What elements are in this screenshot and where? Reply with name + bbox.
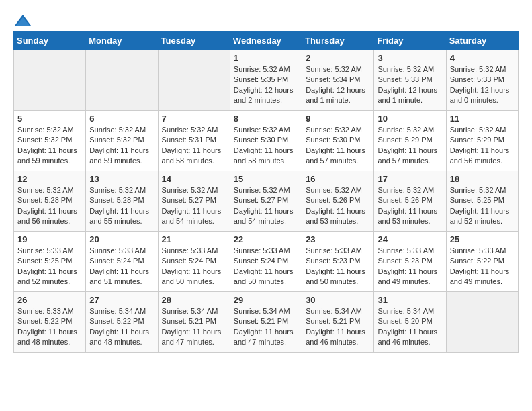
day-cell: 19Sunrise: 5:33 AMSunset: 5:25 PMDayligh… <box>14 232 86 292</box>
day-number: 13 <box>89 174 154 184</box>
day-cell: 25Sunrise: 5:33 AMSunset: 5:22 PMDayligh… <box>446 232 518 292</box>
day-info: Sunrise: 5:32 AMSunset: 5:25 PMDaylight:… <box>450 185 515 227</box>
day-number: 4 <box>450 53 515 63</box>
day-info: Sunrise: 5:33 AMSunset: 5:24 PMDaylight:… <box>234 246 298 287</box>
day-cell: 18Sunrise: 5:32 AMSunset: 5:25 PMDayligh… <box>446 171 518 232</box>
day-number: 20 <box>89 234 154 244</box>
day-cell: 27Sunrise: 5:34 AMSunset: 5:22 PMDayligh… <box>86 292 158 353</box>
header-tuesday: Tuesday <box>158 32 230 50</box>
calendar-table: SundayMondayTuesdayWednesdayThursdayFrid… <box>13 31 519 353</box>
day-info: Sunrise: 5:32 AMSunset: 5:35 PMDaylight:… <box>234 64 298 106</box>
day-cell: 7Sunrise: 5:32 AMSunset: 5:31 PMDaylight… <box>158 111 230 171</box>
day-cell: 28Sunrise: 5:34 AMSunset: 5:21 PMDayligh… <box>158 292 230 353</box>
day-info: Sunrise: 5:33 AMSunset: 5:23 PMDaylight:… <box>378 246 442 287</box>
day-cell: 17Sunrise: 5:32 AMSunset: 5:26 PMDayligh… <box>374 171 446 232</box>
page-header <box>13 13 519 28</box>
day-number: 27 <box>89 295 154 305</box>
day-number: 17 <box>378 174 442 184</box>
day-number: 29 <box>234 295 298 305</box>
day-number: 2 <box>306 53 370 63</box>
empty-cell <box>158 50 230 111</box>
day-number: 3 <box>378 53 442 63</box>
day-number: 30 <box>306 295 370 305</box>
day-cell: 31Sunrise: 5:34 AMSunset: 5:20 PMDayligh… <box>374 292 446 353</box>
day-info: Sunrise: 5:32 AMSunset: 5:26 PMDaylight:… <box>306 185 370 227</box>
day-cell: 1Sunrise: 5:32 AMSunset: 5:35 PMDaylight… <box>230 50 302 111</box>
day-cell: 4Sunrise: 5:32 AMSunset: 5:33 PMDaylight… <box>446 50 518 111</box>
day-number: 11 <box>450 113 515 124</box>
day-cell: 16Sunrise: 5:32 AMSunset: 5:26 PMDayligh… <box>302 171 374 232</box>
empty-cell <box>446 292 518 353</box>
day-number: 31 <box>378 295 442 305</box>
day-cell: 6Sunrise: 5:32 AMSunset: 5:32 PMDaylight… <box>86 111 158 171</box>
day-info: Sunrise: 5:32 AMSunset: 5:32 PMDaylight:… <box>89 125 154 167</box>
header-thursday: Thursday <box>302 32 374 50</box>
day-number: 21 <box>162 234 226 244</box>
day-cell: 24Sunrise: 5:33 AMSunset: 5:23 PMDayligh… <box>374 232 446 292</box>
header-monday: Monday <box>86 32 158 50</box>
calendar-week-row: 19Sunrise: 5:33 AMSunset: 5:25 PMDayligh… <box>14 232 519 292</box>
day-cell: 20Sunrise: 5:33 AMSunset: 5:24 PMDayligh… <box>86 232 158 292</box>
day-cell: 11Sunrise: 5:32 AMSunset: 5:29 PMDayligh… <box>446 111 518 171</box>
day-cell: 13Sunrise: 5:32 AMSunset: 5:28 PMDayligh… <box>86 171 158 232</box>
logo-icon <box>13 13 32 28</box>
day-cell: 30Sunrise: 5:34 AMSunset: 5:21 PMDayligh… <box>302 292 374 353</box>
day-info: Sunrise: 5:33 AMSunset: 5:24 PMDaylight:… <box>89 246 154 287</box>
logo <box>13 13 35 28</box>
day-number: 19 <box>17 234 82 244</box>
day-info: Sunrise: 5:34 AMSunset: 5:21 PMDaylight:… <box>234 306 298 348</box>
calendar-week-row: 12Sunrise: 5:32 AMSunset: 5:28 PMDayligh… <box>14 171 519 232</box>
day-cell: 14Sunrise: 5:32 AMSunset: 5:27 PMDayligh… <box>158 171 230 232</box>
day-cell: 8Sunrise: 5:32 AMSunset: 5:30 PMDaylight… <box>230 111 302 171</box>
day-info: Sunrise: 5:32 AMSunset: 5:27 PMDaylight:… <box>162 185 226 227</box>
day-info: Sunrise: 5:34 AMSunset: 5:21 PMDaylight:… <box>162 306 226 348</box>
empty-cell <box>86 50 158 111</box>
day-info: Sunrise: 5:34 AMSunset: 5:20 PMDaylight:… <box>378 306 442 348</box>
day-info: Sunrise: 5:33 AMSunset: 5:25 PMDaylight:… <box>17 246 82 287</box>
day-number: 8 <box>234 113 298 124</box>
calendar-week-row: 5Sunrise: 5:32 AMSunset: 5:32 PMDaylight… <box>14 111 519 171</box>
day-info: Sunrise: 5:32 AMSunset: 5:31 PMDaylight:… <box>162 125 226 167</box>
day-cell: 26Sunrise: 5:33 AMSunset: 5:22 PMDayligh… <box>14 292 86 353</box>
header-sunday: Sunday <box>14 32 86 50</box>
day-info: Sunrise: 5:32 AMSunset: 5:28 PMDaylight:… <box>17 185 82 227</box>
day-info: Sunrise: 5:32 AMSunset: 5:30 PMDaylight:… <box>234 125 298 167</box>
day-info: Sunrise: 5:33 AMSunset: 5:22 PMDaylight:… <box>450 246 515 287</box>
day-info: Sunrise: 5:32 AMSunset: 5:30 PMDaylight:… <box>306 125 370 167</box>
calendar-header-row: SundayMondayTuesdayWednesdayThursdayFrid… <box>14 32 519 50</box>
day-cell: 5Sunrise: 5:32 AMSunset: 5:32 PMDaylight… <box>14 111 86 171</box>
day-number: 1 <box>234 53 298 63</box>
day-number: 25 <box>450 234 515 244</box>
day-info: Sunrise: 5:32 AMSunset: 5:27 PMDaylight:… <box>234 185 298 227</box>
day-number: 16 <box>306 174 370 184</box>
calendar-week-row: 26Sunrise: 5:33 AMSunset: 5:22 PMDayligh… <box>14 292 519 353</box>
day-info: Sunrise: 5:32 AMSunset: 5:28 PMDaylight:… <box>89 185 154 227</box>
day-info: Sunrise: 5:34 AMSunset: 5:22 PMDaylight:… <box>89 306 154 348</box>
day-number: 14 <box>162 174 226 184</box>
day-cell: 15Sunrise: 5:32 AMSunset: 5:27 PMDayligh… <box>230 171 302 232</box>
day-info: Sunrise: 5:34 AMSunset: 5:21 PMDaylight:… <box>306 306 370 348</box>
header-friday: Friday <box>374 32 446 50</box>
day-info: Sunrise: 5:32 AMSunset: 5:33 PMDaylight:… <box>450 64 515 106</box>
day-number: 18 <box>450 174 515 184</box>
day-info: Sunrise: 5:33 AMSunset: 5:22 PMDaylight:… <box>17 306 82 348</box>
day-cell: 23Sunrise: 5:33 AMSunset: 5:23 PMDayligh… <box>302 232 374 292</box>
day-cell: 21Sunrise: 5:33 AMSunset: 5:24 PMDayligh… <box>158 232 230 292</box>
day-number: 12 <box>17 174 82 184</box>
day-number: 15 <box>234 174 298 184</box>
header-saturday: Saturday <box>446 32 518 50</box>
day-number: 6 <box>89 113 154 124</box>
day-info: Sunrise: 5:32 AMSunset: 5:29 PMDaylight:… <box>378 125 442 167</box>
day-number: 26 <box>17 295 82 305</box>
day-cell: 22Sunrise: 5:33 AMSunset: 5:24 PMDayligh… <box>230 232 302 292</box>
day-number: 7 <box>162 113 226 124</box>
day-cell: 2Sunrise: 5:32 AMSunset: 5:34 PMDaylight… <box>302 50 374 111</box>
day-info: Sunrise: 5:32 AMSunset: 5:33 PMDaylight:… <box>378 64 442 106</box>
day-number: 5 <box>17 113 82 124</box>
day-number: 9 <box>306 113 370 124</box>
day-cell: 3Sunrise: 5:32 AMSunset: 5:33 PMDaylight… <box>374 50 446 111</box>
empty-cell <box>14 50 86 111</box>
day-cell: 12Sunrise: 5:32 AMSunset: 5:28 PMDayligh… <box>14 171 86 232</box>
day-number: 10 <box>378 113 442 124</box>
day-info: Sunrise: 5:32 AMSunset: 5:26 PMDaylight:… <box>378 185 442 227</box>
